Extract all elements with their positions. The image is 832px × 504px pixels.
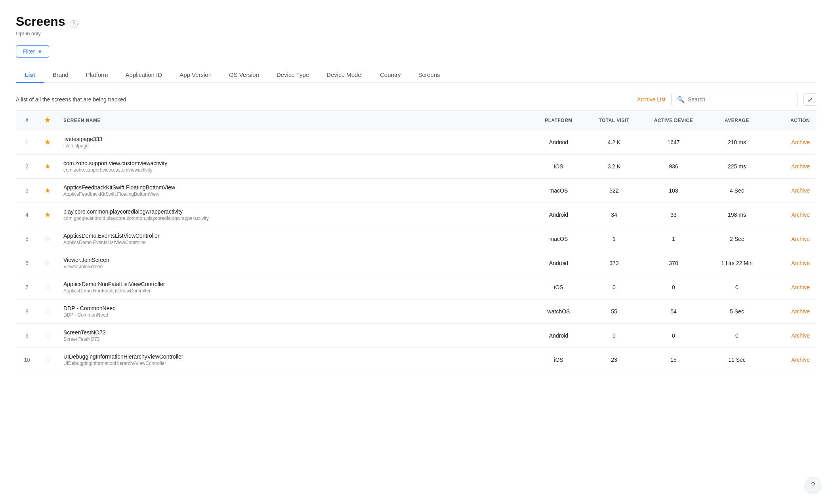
table-row: 9 ☆ ScreenTestNO73 ScreenTestNO73 Androi… (16, 324, 816, 348)
action-cell: Archive (769, 227, 816, 251)
title-help-icon[interactable]: ? (70, 20, 78, 28)
star-cell[interactable]: ★ (38, 179, 57, 203)
star-cell[interactable]: ☆ (38, 227, 57, 251)
tab-os_version[interactable]: OS Version (220, 67, 268, 83)
tab-brand[interactable]: Brand (44, 67, 77, 83)
total-visit-cell: 0 (586, 324, 642, 348)
screen-name-secondary: ScreenTestNO73 (63, 336, 525, 342)
platform-cell: Android (531, 203, 586, 227)
table-row: 5 ☆ AppticsDemo.EventsListViewController… (16, 227, 816, 251)
tab-device_model[interactable]: Device Model (318, 67, 371, 83)
action-cell: Archive (769, 130, 816, 155)
star-cell[interactable]: ★ (38, 130, 57, 155)
star-cell[interactable]: ☆ (38, 251, 57, 275)
star-filled-icon[interactable]: ★ (44, 162, 51, 170)
star-empty-icon[interactable]: ☆ (44, 259, 51, 267)
platform-cell: watchOS (531, 300, 586, 324)
archive-button[interactable]: Archive (791, 332, 810, 339)
active-device-cell: 1647 (642, 130, 705, 155)
archive-button[interactable]: Archive (791, 284, 810, 290)
page-container: Screens ? Opt-in only Filter ▼ ListBrand… (0, 0, 832, 504)
platform-cell: iOS (531, 348, 586, 372)
star-empty-icon[interactable]: ☆ (44, 283, 51, 291)
total-visit-cell: 23 (586, 348, 642, 372)
screen-name-secondary: Viewer.JoinScreen (63, 264, 525, 269)
row-num: 7 (16, 275, 38, 300)
action-cell: Archive (769, 203, 816, 227)
tab-device_type[interactable]: Device Type (268, 67, 318, 83)
table-row: 7 ☆ AppticsDemo.NonFatalListViewControll… (16, 275, 816, 300)
archive-button[interactable]: Archive (791, 139, 810, 145)
toolbar: A list of all the screens that are being… (16, 93, 816, 106)
archive-button[interactable]: Archive (791, 187, 810, 194)
average-cell: 225 ms (705, 155, 769, 179)
filter-label: Filter (23, 48, 35, 55)
total-visit-cell: 1 (586, 227, 642, 251)
help-fab[interactable]: ? (805, 477, 821, 493)
page-title: Screens (16, 14, 65, 29)
screen-name-primary: AppticsDemo.NonFatalListViewController (63, 281, 525, 287)
screen-name-primary: play.core.common.playcoredialogwrapperac… (63, 208, 525, 215)
row-num: 10 (16, 348, 38, 372)
expand-button[interactable]: ⤢ (803, 93, 816, 106)
star-filled-icon[interactable]: ★ (44, 211, 51, 219)
star-cell[interactable]: ☆ (38, 348, 57, 372)
screen-name-cell: ScreenTestNO73 ScreenTestNO73 (57, 324, 531, 348)
average-cell: 0 (705, 324, 769, 348)
screen-name-cell: DDP - CommonNeed DDP - CommonNeed (57, 300, 531, 324)
star-empty-icon[interactable]: ☆ (44, 356, 51, 364)
tab-list[interactable]: List (16, 67, 44, 83)
total-visit-cell: 4.2 K (586, 130, 642, 155)
active-device-cell: 103 (642, 179, 705, 203)
average-cell: 0 (705, 275, 769, 300)
screen-name-primary: AppticsDemo.EventsListViewController (63, 233, 525, 239)
star-cell[interactable]: ☆ (38, 324, 57, 348)
average-cell: 198 ms (705, 203, 769, 227)
screen-name-primary: ScreenTestNO73 (63, 329, 525, 336)
screen-name-secondary: UIDebuggingInformationHierarchyViewContr… (63, 361, 525, 366)
star-cell[interactable]: ☆ (38, 300, 57, 324)
archive-button[interactable]: Archive (791, 163, 810, 170)
table-row: 1 ★ livetestpage333 livetestpage Andriod… (16, 130, 816, 155)
platform-cell: iOS (531, 275, 586, 300)
star-filled-icon[interactable]: ★ (44, 138, 51, 146)
col-hash: # (16, 111, 38, 130)
table-row: 6 ☆ Viewer.JoinScreen Viewer.JoinScreen … (16, 251, 816, 275)
table-row: 10 ☆ UIDebuggingInformationHierarchyView… (16, 348, 816, 372)
star-cell[interactable]: ☆ (38, 275, 57, 300)
star-cell[interactable]: ★ (38, 203, 57, 227)
opt-in-label: Opt-in only (16, 31, 816, 36)
table-row: 8 ☆ DDP - CommonNeed DDP - CommonNeed wa… (16, 300, 816, 324)
archive-button[interactable]: Archive (791, 260, 810, 266)
archive-button[interactable]: Archive (791, 308, 810, 315)
tab-application_id[interactable]: Application ID (117, 67, 171, 83)
star-empty-icon[interactable]: ☆ (44, 307, 51, 315)
total-visit-cell: 0 (586, 275, 642, 300)
tab-screens[interactable]: Screens (410, 67, 449, 83)
star-empty-icon[interactable]: ☆ (44, 332, 51, 340)
screen-name-secondary: com.google.android.play.core.common.play… (63, 216, 525, 221)
tab-app_version[interactable]: App Version (171, 67, 220, 83)
row-num: 8 (16, 300, 38, 324)
star-cell[interactable]: ★ (38, 155, 57, 179)
action-cell: Archive (769, 275, 816, 300)
archive-button[interactable]: Archive (791, 212, 810, 218)
archive-button[interactable]: Archive (791, 357, 810, 363)
tab-platform[interactable]: Platform (77, 67, 117, 83)
star-empty-icon[interactable]: ☆ (44, 235, 51, 243)
tab-country[interactable]: Country (371, 67, 410, 83)
col-active-device: ACTIVE DEVICE (642, 111, 705, 130)
row-num: 9 (16, 324, 38, 348)
col-screen-name: SCREEN NAME (57, 111, 531, 130)
active-device-cell: 54 (642, 300, 705, 324)
archive-list-button[interactable]: Archive List (637, 96, 666, 103)
total-visit-cell: 3.2 K (586, 155, 642, 179)
archive-button[interactable]: Archive (791, 236, 810, 242)
star-filled-icon[interactable]: ★ (44, 187, 51, 195)
active-device-cell: 15 (642, 348, 705, 372)
total-visit-cell: 373 (586, 251, 642, 275)
filter-button[interactable]: Filter ▼ (16, 45, 49, 58)
screen-name-secondary: com.zoho.support.view.customviewactivity (63, 167, 525, 173)
search-input[interactable] (688, 96, 792, 103)
screen-name-cell: AppticsFeedbackKitSwift.FloatingBottomVi… (57, 179, 531, 203)
